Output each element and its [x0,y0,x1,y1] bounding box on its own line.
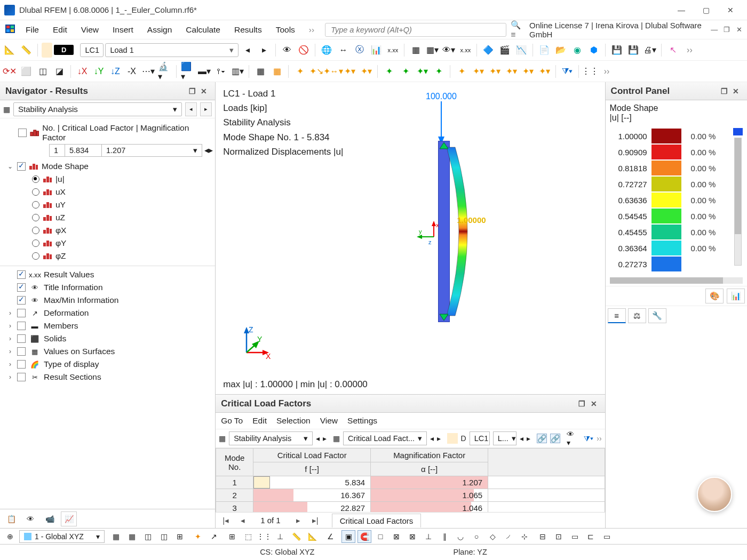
lc-prev-button[interactable]: ◂ [240,43,255,58]
tool-open-icon[interactable]: 📂 [553,43,568,58]
snap-mag-icon[interactable]: 🧲 [357,530,371,543]
mode-radio-py[interactable] [32,239,39,247]
snap-1-icon[interactable]: ▦ [109,530,123,543]
table-category-dropdown[interactable]: Stability Analysis▾ [229,431,313,445]
factor-checkbox[interactable] [18,129,27,137]
table-tab[interactable]: Critical Load Factors [332,514,422,527]
tool-work-plane-icon[interactable]: 📐 [2,43,17,58]
table-sub-next-button[interactable]: ▸ [437,434,441,443]
menu-calculate[interactable]: Calculate [179,22,227,38]
refresh-icon[interactable]: ⟳✕ [2,64,17,79]
cp-scrollbar[interactable] [734,138,742,266]
menu-overflow-icon[interactable]: ›› [303,22,321,38]
lc-next-button[interactable]: ▸ [257,43,272,58]
table-menu-edit[interactable]: Edit [252,416,267,426]
table-link-2-icon[interactable]: 🔗 [550,434,560,443]
mode-radio-px[interactable] [32,227,39,234]
table-link-1-icon[interactable]: 🔗 [537,434,547,443]
table-lc-name-dropdown[interactable]: L...▾ [493,431,516,445]
snap-dots-icon[interactable]: ⋮⋮ [257,530,271,543]
disp-caret-4[interactable]: › [6,322,14,330]
table-cat-next-button[interactable]: ▸ [323,434,327,443]
disp-check-2[interactable] [17,296,26,305]
disp-check-5[interactable] [17,334,26,343]
snap-cen-icon[interactable]: ○ [470,530,483,543]
disp-caret-7[interactable]: › [6,361,14,368]
doc-restore-button[interactable]: ❐ [721,26,732,34]
gen-load-4-icon[interactable]: ✦▾ [504,64,519,79]
table-menu-view[interactable]: View [320,416,338,426]
snap-guide-1-icon[interactable]: 📏 [289,530,303,543]
osmode-icon[interactable]: ✦ [191,530,205,543]
zoom-icon[interactable]: 🔬▾ [157,64,172,79]
mode-shape-checkbox[interactable] [17,162,26,171]
nav-tab-data-icon[interactable]: 📋 [3,511,19,526]
mode-radio-u[interactable] [32,175,39,183]
mode-radio-pz[interactable] [32,252,39,260]
doc-minimize-button[interactable]: — [709,26,720,34]
pager-first-button[interactable]: |◂ [220,516,232,525]
table-menu-selection[interactable]: Selection [276,416,311,426]
cp-edit-colors-icon[interactable]: 🎨 [705,289,724,303]
tool-grid-icon[interactable]: 📏 [19,43,34,58]
mode-shape-caret[interactable]: ⌄ [6,163,14,170]
table-row[interactable]: 1 5.834 1.207 [216,476,605,489]
cp-tab-colorscale-icon[interactable]: ≡ [608,308,626,323]
cube-3-icon[interactable]: ◪ [52,64,67,79]
tool-local-deform-icon[interactable]: ↔ [336,43,351,58]
mode-radio-uz[interactable] [32,214,39,221]
tool-surfaces-2-icon[interactable]: ▦▾ [425,43,440,58]
node-load-4-icon[interactable]: ✦ [431,64,446,79]
lc-name-dropdown[interactable]: Load 1▾ [105,43,239,57]
disp-caret-8[interactable]: › [6,373,14,381]
snap-last-icon[interactable]: ▭ [600,530,614,543]
load-4-icon[interactable]: ✦▾ [342,64,357,79]
table-type-icon[interactable]: ▦ [219,434,226,443]
gen-load-6-icon[interactable]: ✦▾ [537,64,552,79]
nav-cat-prev-button[interactable]: ◂ [185,102,197,116]
snap-div-icon[interactable]: ⊟ [536,530,550,543]
cp-undock-icon[interactable]: ❐ [718,87,730,95]
osmode-2-icon[interactable]: ↗ [207,530,221,543]
disp-check-4[interactable] [17,322,26,330]
tool-show-results-icon[interactable]: 👁 [280,43,295,58]
mode-radio-uy[interactable] [32,201,39,209]
menu-file[interactable]: File [19,22,45,38]
tool-iso-icon[interactable]: 🔷 [481,43,496,58]
table-sub-icon[interactable]: ▦ [333,434,340,443]
mode-radio-ux[interactable] [32,188,39,196]
search-input[interactable] [325,23,506,37]
snap-3-icon[interactable]: ◫ [141,530,155,543]
member-icon[interactable]: ⫯▾ [213,64,228,79]
tool-saveas-icon[interactable]: 💾 [626,43,641,58]
disp-caret-5[interactable]: › [6,335,14,342]
disp-check-1[interactable] [17,283,26,292]
menu-view[interactable]: View [75,22,105,38]
cp-close-icon[interactable]: ✕ [730,87,742,95]
nav-category-type-icon[interactable]: ▦ [3,105,10,114]
case-color-icon[interactable] [42,43,52,58]
menu-results[interactable]: Results [228,22,268,38]
grid-options-icon[interactable]: ⋮⋮ [583,64,598,79]
table-menu-settings[interactable]: Settings [347,416,377,426]
gen-load-2-icon[interactable]: ✦▾ [471,64,486,79]
snap-near-icon[interactable]: ◇ [486,530,499,543]
snap-ortho-icon[interactable]: ⊥ [273,530,287,543]
minimize-button[interactable]: — [669,2,694,18]
node-load-2-icon[interactable]: ✦ [398,64,413,79]
snap-end-icon[interactable]: ▣ [341,530,355,543]
load-3-icon[interactable]: ✦↔▾ [325,64,340,79]
tool-surfaces-1-icon[interactable]: ▦ [408,43,423,58]
snap-dist-icon[interactable]: ⊡ [552,530,566,543]
doc-close-button[interactable]: ✕ [734,26,745,34]
snap-5-icon[interactable]: ⊞ [173,530,187,543]
snap-4-icon[interactable]: ◫ [157,530,171,543]
factor-prev-button[interactable]: ◂ [204,146,209,155]
nav-category-dropdown[interactable]: Stability Analysis▾ [13,102,182,116]
snap-guide-2-icon[interactable]: 📐 [305,530,319,543]
menu-tools[interactable]: Tools [269,22,301,38]
snap-grid-icon[interactable]: ⊞ [225,530,239,543]
tool-block-icon[interactable]: ⬢ [586,43,601,58]
assistant-avatar[interactable] [697,477,732,512]
pager-prev-button[interactable]: ◂ [237,516,249,525]
